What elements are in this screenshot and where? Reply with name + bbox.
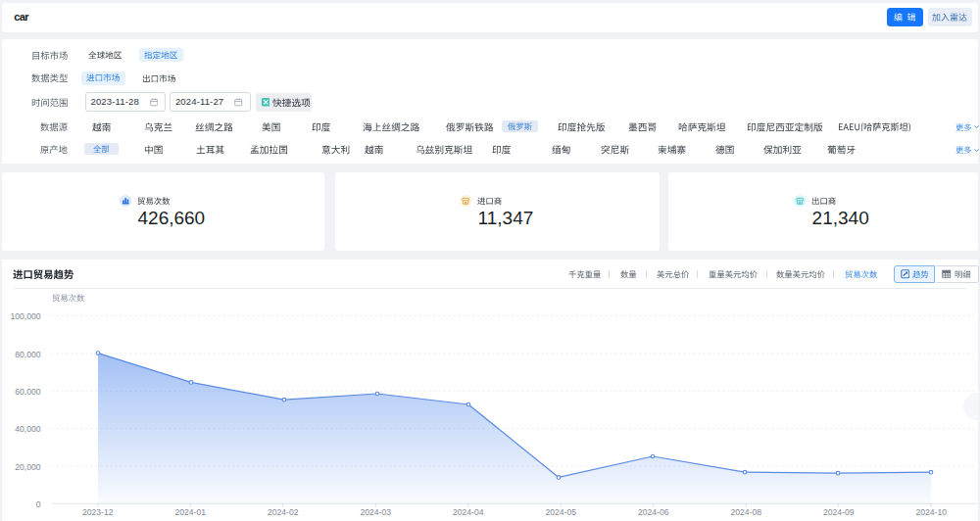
svg-text:2024-10: 2024-10 [915, 507, 947, 517]
svg-text:20,000: 20,000 [15, 462, 41, 472]
svg-text:40,000: 40,000 [15, 424, 41, 434]
svg-text:2023-12: 2023-12 [82, 507, 114, 517]
svg-text:2024-04: 2024-04 [453, 507, 484, 517]
svg-text:60,000: 60,000 [15, 387, 41, 397]
svg-text:100,000: 100,000 [10, 311, 40, 321]
svg-text:80,000: 80,000 [15, 350, 41, 359]
svg-text:2024-06: 2024-06 [638, 507, 669, 517]
svg-text:2024-09: 2024-09 [823, 507, 855, 517]
svg-text:2024-08: 2024-08 [730, 507, 761, 517]
svg-text:2024-01: 2024-01 [174, 507, 206, 517]
svg-text:2024-05: 2024-05 [545, 507, 576, 517]
svg-text:0: 0 [36, 499, 41, 509]
svg-text:2024-02: 2024-02 [268, 507, 299, 517]
svg-text:2024-03: 2024-03 [360, 507, 391, 517]
